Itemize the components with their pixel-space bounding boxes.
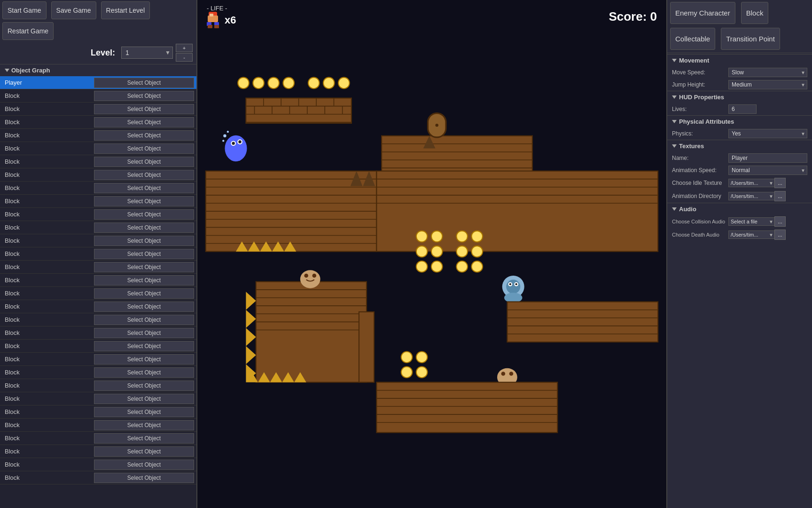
object-row[interactable]: BlockSelect Object — [0, 168, 196, 182]
restart-game-button[interactable]: Restart Game — [2, 22, 54, 40]
select-object-button[interactable]: Select Object — [94, 381, 194, 391]
object-row[interactable]: BlockSelect Object — [0, 405, 196, 419]
select-object-button[interactable]: Select Object — [94, 446, 194, 457]
object-row[interactable]: BlockSelect Object — [0, 392, 196, 405]
select-object-button[interactable]: Select Object — [94, 288, 194, 299]
select-object-button[interactable]: Select Object — [94, 130, 194, 141]
object-row[interactable]: BlockSelect Object — [0, 274, 196, 287]
select-object-button[interactable]: Select Object — [94, 157, 194, 167]
select-object-button[interactable]: Select Object — [94, 222, 194, 233]
object-row[interactable]: BlockSelect Object — [0, 379, 196, 392]
select-object-button[interactable]: Select Object — [94, 473, 194, 483]
object-row[interactable]: BlockSelect Object — [0, 300, 196, 313]
game-viewport[interactable]: - LIFE - x6 Score: 0 — [197, 0, 666, 508]
select-object-button[interactable]: Select Object — [94, 143, 194, 154]
restart-level-button[interactable]: Restart Level — [101, 1, 150, 19]
object-row[interactable]: BlockSelect Object — [0, 432, 196, 445]
object-row[interactable]: BlockSelect Object — [0, 419, 196, 432]
object-row[interactable]: BlockSelect Object — [0, 142, 196, 155]
svg-point-72 — [416, 261, 428, 272]
select-object-button[interactable]: Select Object — [94, 367, 194, 378]
object-row[interactable]: BlockSelect Object — [0, 366, 196, 379]
object-row[interactable]: BlockSelect Object — [0, 313, 196, 326]
select-object-button[interactable]: Select Object — [94, 302, 194, 312]
anim-dir-browse-button[interactable]: ... — [774, 191, 786, 201]
select-object-button[interactable]: Select Object — [94, 354, 194, 365]
hud-collapse-icon[interactable] — [672, 95, 677, 99]
object-row[interactable]: BlockSelect Object — [0, 261, 196, 274]
select-object-button[interactable]: Select Object — [94, 170, 194, 180]
select-object-button[interactable]: Select Object — [94, 117, 194, 127]
select-object-button[interactable]: Select Object — [94, 91, 194, 101]
select-object-button[interactable]: Select Object — [94, 104, 194, 114]
object-row[interactable]: BlockSelect Object — [0, 247, 196, 261]
collision-audio-select[interactable]: Select a file — [728, 217, 775, 226]
anim-dir-path-wrapper: /Users/tim... ▼ ... — [728, 191, 807, 201]
select-object-button[interactable]: Select Object — [94, 433, 194, 444]
object-row[interactable]: BlockSelect Object — [0, 116, 196, 129]
move-speed-select[interactable]: SlowMediumFast — [728, 68, 807, 77]
object-row[interactable]: BlockSelect Object — [0, 353, 196, 366]
select-object-button[interactable]: Select Object — [94, 209, 194, 220]
anim-dir-select[interactable]: /Users/tim... — [728, 192, 775, 200]
physical-collapse-icon[interactable] — [672, 120, 677, 123]
transition-point-category-button[interactable]: Transition Point — [721, 28, 780, 50]
select-object-button[interactable]: Select Object — [94, 78, 194, 88]
start-game-button[interactable]: Start Game — [2, 1, 47, 19]
object-row[interactable]: BlockSelect Object — [0, 326, 196, 340]
object-row[interactable]: BlockSelect Object — [0, 221, 196, 234]
audio-collapse-icon[interactable] — [672, 207, 677, 211]
idle-texture-select[interactable]: /Users/tim... — [728, 179, 775, 187]
movement-collapse-icon[interactable] — [672, 59, 677, 62]
collectable-category-button[interactable]: Collectable — [670, 28, 715, 50]
death-audio-select[interactable]: /Users/tim... — [728, 230, 775, 239]
select-object-button[interactable]: Select Object — [94, 262, 194, 272]
level-minus-button[interactable]: - — [176, 53, 193, 62]
object-row[interactable]: BlockSelect Object — [0, 445, 196, 458]
select-object-button[interactable]: Select Object — [94, 460, 194, 470]
object-name-label: Block — [0, 303, 92, 310]
level-select[interactable]: 123 — [121, 47, 173, 59]
idle-texture-browse-button[interactable]: ... — [774, 178, 786, 188]
object-row[interactable]: BlockSelect Object — [0, 182, 196, 195]
anim-speed-select[interactable]: SlowNormalFast — [728, 166, 807, 175]
select-object-button[interactable]: Select Object — [94, 275, 194, 286]
select-object-button[interactable]: Select Object — [94, 315, 194, 325]
object-row[interactable]: BlockSelect Object — [0, 89, 196, 103]
death-audio-browse-button[interactable]: ... — [774, 230, 786, 240]
lives-input[interactable] — [728, 104, 757, 114]
select-object-button[interactable]: Select Object — [94, 341, 194, 351]
object-row[interactable]: BlockSelect Object — [0, 287, 196, 300]
level-plus-button[interactable]: + — [176, 44, 193, 52]
object-row[interactable]: PlayerSelect Object — [0, 76, 196, 89]
object-row[interactable]: BlockSelect Object — [0, 458, 196, 471]
object-row[interactable]: BlockSelect Object — [0, 155, 196, 168]
physics-select[interactable]: YesNo — [728, 129, 807, 138]
tex-name-input[interactable] — [728, 153, 807, 163]
object-row[interactable]: BlockSelect Object — [0, 471, 196, 484]
select-object-button[interactable]: Select Object — [94, 236, 194, 246]
block-category-button[interactable]: Block — [741, 2, 769, 24]
object-row[interactable]: BlockSelect Object — [0, 103, 196, 116]
select-object-button[interactable]: Select Object — [94, 420, 194, 430]
object-row[interactable]: BlockSelect Object — [0, 340, 196, 353]
select-object-button[interactable]: Select Object — [94, 249, 194, 259]
object-row[interactable]: BlockSelect Object — [0, 129, 196, 142]
enemy-character-category-button[interactable]: Enemy Character — [670, 2, 735, 24]
textures-collapse-icon[interactable] — [672, 144, 677, 148]
object-row[interactable]: BlockSelect Object — [0, 208, 196, 221]
select-object-button[interactable]: Select Object — [94, 183, 194, 193]
select-object-button[interactable]: Select Object — [94, 196, 194, 206]
jump-height-row: Jump Height: LowMediumHigh ▼ — [667, 79, 812, 91]
object-row[interactable]: BlockSelect Object — [0, 195, 196, 208]
save-game-button[interactable]: Save Game — [51, 1, 96, 19]
object-row[interactable]: BlockSelect Object — [0, 234, 196, 247]
jump-height-select[interactable]: LowMediumHigh — [728, 80, 807, 89]
svg-point-77 — [471, 246, 483, 257]
svg-point-35 — [223, 135, 226, 137]
collision-audio-browse-button[interactable]: ... — [774, 216, 786, 227]
select-object-button[interactable]: Select Object — [94, 328, 194, 338]
select-object-button[interactable]: Select Object — [94, 394, 194, 404]
select-object-button[interactable]: Select Object — [94, 407, 194, 417]
object-graph-collapse-icon[interactable] — [5, 69, 9, 72]
